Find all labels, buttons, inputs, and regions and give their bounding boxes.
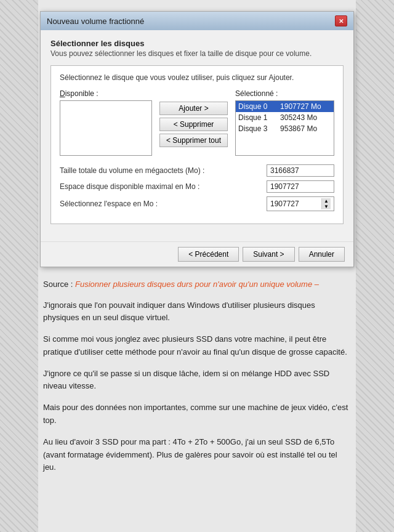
list-item[interactable]: Disque 1305243 Mo — [236, 112, 334, 123]
max-field-row: Espace disque disponible maximal en Mo :… — [60, 180, 334, 193]
next-button[interactable]: Suivant > — [243, 247, 294, 262]
spin-up-button[interactable]: ▲ — [322, 198, 331, 204]
paragraph-3: J'ignore ce qu'il se passe si un disque … — [43, 368, 351, 393]
right-stripe — [356, 0, 394, 532]
dialog: Nouveau volume fractionné ✕ Sélectionner… — [40, 11, 354, 267]
remove-all-button[interactable]: < Supprimer tout — [159, 134, 228, 147]
source-line: Source : Fusionner plusieurs disques dur… — [43, 278, 351, 291]
selected-area: Sélectionné : Disque 01907727 MoDisque 1… — [235, 89, 334, 156]
select-field-row: Sélectionnez l'espace en Mo : 1907727 ▲ … — [60, 196, 334, 211]
paragraph-1: J'ignorais que l'on pouvait indiquer dan… — [43, 299, 351, 325]
available-label-d: D — [60, 89, 65, 98]
selected-label: Sélectionné : — [235, 89, 334, 98]
disk-action-buttons: Ajouter > < Supprimer < Supprimer tout — [159, 89, 228, 147]
available-label: DDisponible :isponible : — [60, 89, 152, 98]
spin-buttons: ▲ ▼ — [321, 198, 331, 209]
dialog-wrapper: Nouveau volume fractionné ✕ Sélectionner… — [40, 0, 354, 267]
total-value: 3166837 — [267, 164, 334, 177]
available-listbox[interactable] — [60, 100, 152, 156]
paragraph-4: Mais pour des données non importantes, c… — [43, 401, 351, 427]
select-label: Sélectionnez l'espace en Mo : — [60, 200, 267, 208]
list-item[interactable]: Disque 3953867 Mo — [236, 123, 334, 134]
max-value: 1907727 — [267, 180, 334, 193]
spin-down-button[interactable]: ▼ — [322, 204, 331, 209]
select-value-spin[interactable]: 1907727 ▲ ▼ — [267, 196, 334, 211]
list-item[interactable]: Disque 01907727 Mo — [236, 101, 334, 112]
dialog-titlebar: Nouveau volume fractionné ✕ — [41, 12, 353, 30]
selected-listbox[interactable]: Disque 01907727 MoDisque 1305243 MoDisqu… — [235, 100, 334, 156]
source-label: Source : — [43, 280, 73, 289]
cancel-button[interactable]: Annuler — [299, 247, 345, 262]
source-link[interactable]: Fusionner plusieurs disques durs pour n'… — [75, 280, 319, 289]
left-stripe — [0, 0, 38, 532]
dialog-inner: Sélectionnez le disque que vous voulez u… — [50, 65, 344, 224]
prev-button[interactable]: < Précédent — [178, 247, 239, 262]
close-button[interactable]: ✕ — [335, 15, 347, 26]
section-title: Sélectionner les disques — [50, 39, 344, 48]
available-area: DDisponible :isponible : — [60, 89, 152, 156]
add-button[interactable]: Ajouter > — [159, 102, 228, 115]
dialog-footer: < Précédent Suivant > Annuler — [41, 241, 353, 267]
dialog-title: Nouveau volume fractionné — [47, 17, 144, 26]
total-label: Taille totale du volume en mégaoctets (M… — [60, 166, 267, 175]
close-icon: ✕ — [339, 18, 344, 25]
dialog-body: Sélectionner les disques Vous pouvez sél… — [41, 30, 353, 241]
disk-selector-row: DDisponible :isponible : Ajouter > < Sup… — [60, 89, 334, 156]
inner-desc: Sélectionnez le disque que vous voulez u… — [60, 73, 334, 82]
select-value: 1907727 — [270, 200, 299, 208]
content-area: Source : Fusionner plusieurs disques dur… — [43, 267, 351, 495]
paragraph-2: Si comme moi vous jonglez avec plusieurs… — [43, 333, 351, 359]
paragraph-5: Au lieu d'avoir 3 SSD pour ma part : 4To… — [43, 436, 351, 474]
total-field-row: Taille totale du volume en mégaoctets (M… — [60, 164, 334, 177]
remove-button[interactable]: < Supprimer — [159, 118, 228, 131]
max-label: Espace disque disponible maximal en Mo : — [60, 182, 267, 191]
section-desc: Vous pouvez sélectionner les disques et … — [50, 49, 344, 58]
